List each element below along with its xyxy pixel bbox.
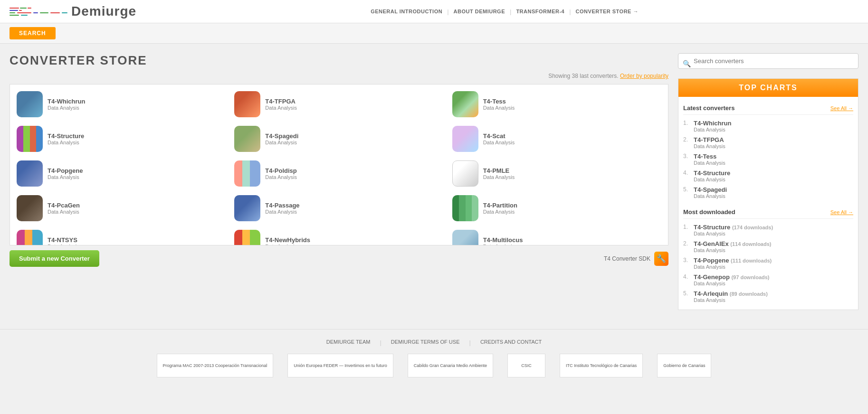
store-container[interactable]: T4-Whichrun Data Analysis T4-TFPGA Data … xyxy=(10,84,668,245)
chart-cat: Data Analysis xyxy=(694,193,727,199)
converter-info: T4-Tess Data Analysis xyxy=(483,98,515,111)
chart-cat: Data Analysis xyxy=(694,160,725,166)
store-title: CONVERTER STORE xyxy=(10,53,668,68)
chart-cat: Data Analysis xyxy=(694,264,772,270)
latest-converters-header: Latest converters See All → xyxy=(683,102,853,115)
latest-chart-item[interactable]: 5. T4-Spagedi Data Analysis xyxy=(683,184,853,201)
chart-num: 3. xyxy=(683,153,691,160)
chart-num: 3. xyxy=(683,257,691,263)
nav-converter-store[interactable]: Converter Store → xyxy=(576,9,639,14)
converter-category: Data Analysis xyxy=(483,244,523,245)
top-charts-panel: TOP CHARTS Latest converters See All → 1… xyxy=(678,78,858,310)
chart-item-info: T4-Whichrun Data Analysis xyxy=(694,120,731,132)
footer-logo: CSIC xyxy=(507,354,545,377)
converter-name: T4-Whichrun xyxy=(48,98,85,105)
downloaded-chart-item[interactable]: 3. T4-Popgene (111 downloads) Data Analy… xyxy=(683,255,853,272)
latest-chart-item[interactable]: 2. T4-TFPGA Data Analysis xyxy=(683,134,853,151)
logo-lines xyxy=(10,8,67,16)
latest-converters-title: Latest converters xyxy=(683,104,734,112)
converter-item[interactable]: T4-Scat Data Analysis xyxy=(450,124,663,154)
download-count: (174 downloads) xyxy=(732,225,773,230)
converter-item[interactable]: T4-Partition Data Analysis xyxy=(450,193,663,223)
sdk-icon[interactable]: 🔧 xyxy=(654,252,668,266)
converter-item[interactable]: T4-Popgene Data Analysis xyxy=(15,159,228,188)
footer-logo: Gobierno de Canarias xyxy=(657,354,711,377)
converter-item[interactable]: T4-Whichrun Data Analysis xyxy=(15,89,228,119)
converter-name: T4-Spagedi xyxy=(265,132,298,140)
sdk-area: T4 Converter SDK 🔧 xyxy=(604,252,668,266)
downloaded-chart-item[interactable]: 5. T4-Arlequin (89 downloads) Data Analy… xyxy=(683,288,853,305)
converter-name: T4-Tess xyxy=(483,98,515,105)
order-by-popularity-link[interactable]: Order by popularity xyxy=(620,73,668,79)
converter-name: T4-Scat xyxy=(483,132,515,140)
nav-transformer4[interactable]: Transformer-4 xyxy=(516,9,564,14)
converter-item[interactable]: T4-Passage Data Analysis xyxy=(232,193,445,223)
converter-item[interactable]: T4-TFPGA Data Analysis xyxy=(232,89,445,119)
search-button[interactable]: SEARCH xyxy=(10,27,56,39)
chart-num: 5. xyxy=(683,186,691,193)
converter-item[interactable]: T4-PcaGen Data Analysis xyxy=(15,193,228,223)
downloaded-chart-item[interactable]: 1. T4-Structure (174 downloads) Data Ana… xyxy=(683,222,853,238)
see-all-latest-link[interactable]: See All → xyxy=(830,105,853,111)
downloaded-chart-item[interactable]: 4. T4-Genepop (97 downloads) Data Analys… xyxy=(683,272,853,288)
most-downloaded-title: Most downloaded xyxy=(683,208,735,216)
footer-link-contact[interactable]: Credits and Contact xyxy=(480,339,542,346)
latest-chart-item[interactable]: 3. T4-Tess Data Analysis xyxy=(683,151,853,168)
converter-category: Data Analysis xyxy=(48,174,83,180)
footer-logos: Programa MAC 2007-2013 Cooperación Trans… xyxy=(10,354,858,377)
converter-icon-tess xyxy=(452,91,478,117)
chart-item-info: T4-Structure Data Analysis xyxy=(694,169,730,182)
submit-converter-button[interactable]: Submit a new Converter xyxy=(10,250,99,267)
converter-name: T4-PMLE xyxy=(483,167,515,174)
converter-item[interactable]: T4-Spagedi Data Analysis xyxy=(232,124,445,154)
chart-name: T4-Popgene (111 downloads) xyxy=(694,257,772,264)
top-charts-header: TOP CHARTS xyxy=(678,79,858,97)
search-converters-input[interactable] xyxy=(678,53,858,69)
chart-item-info: T4-Structure (174 downloads) Data Analys… xyxy=(694,224,773,236)
see-all-downloaded-link[interactable]: See All → xyxy=(830,209,853,215)
chart-item-info: T4-TFPGA Data Analysis xyxy=(694,136,725,149)
converter-info: T4-Partition Data Analysis xyxy=(483,202,517,215)
converter-icon-tfpga xyxy=(234,91,260,117)
converter-category: Data Analysis xyxy=(48,105,85,111)
chart-num: 5. xyxy=(683,290,691,297)
chart-num: 2. xyxy=(683,136,691,143)
converter-item[interactable]: T4-Tess Data Analysis xyxy=(450,89,663,119)
converter-item[interactable]: T4-NewHybrids Data Analysis xyxy=(232,228,445,245)
download-count: (111 downloads) xyxy=(731,258,772,263)
footer-logo: ITC Instituto Tecnológico de Canarias xyxy=(560,354,643,377)
download-count: (89 downloads) xyxy=(730,291,768,297)
latest-items-list: 1. T4-Whichrun Data Analysis 2. T4-TFPGA… xyxy=(683,118,853,201)
converter-item[interactable]: T4-Poldisp Data Analysis xyxy=(232,159,445,188)
store-footer: Submit a new Converter T4 Converter SDK … xyxy=(10,250,668,267)
chart-num: 2. xyxy=(683,240,691,247)
converter-icon-spagedi xyxy=(234,126,260,152)
chart-name: T4-Arlequin (89 downloads) xyxy=(694,290,768,297)
chart-num: 4. xyxy=(683,169,691,176)
converter-info: T4-Scat Data Analysis xyxy=(483,132,515,145)
converter-name: T4-Passage xyxy=(265,202,299,209)
chart-name: T4-Structure (174 downloads) xyxy=(694,224,773,231)
downloaded-chart-item[interactable]: 2. T4-GenAlEx (114 downloads) Data Analy… xyxy=(683,238,853,255)
converter-info: T4-Whichrun Data Analysis xyxy=(48,98,85,111)
download-count: (114 downloads) xyxy=(730,241,771,247)
footer-link-terms[interactable]: Demiurge Terms of Use xyxy=(391,339,460,346)
charts-sections: Latest converters See All → 1. T4-Whichr… xyxy=(678,97,858,310)
chart-cat: Data Analysis xyxy=(694,177,730,182)
converter-category: Data Analysis xyxy=(265,105,297,111)
converter-category: Data Analysis xyxy=(48,209,80,215)
sdk-label: T4 Converter SDK xyxy=(604,255,650,262)
converter-item[interactable]: T4-Multilocus Data Analysis xyxy=(450,228,663,245)
latest-chart-item[interactable]: 4. T4-Structure Data Analysis xyxy=(683,168,853,184)
converter-item[interactable]: T4-Structure Data Analysis xyxy=(15,124,228,154)
footer-link-team[interactable]: Demiurge Team xyxy=(326,339,371,346)
converter-item[interactable]: T4-NTSYS Data Analysis xyxy=(15,228,228,245)
converter-category: Data Analysis xyxy=(265,244,310,245)
footer-logo: Programa MAC 2007-2013 Cooperación Trans… xyxy=(157,354,274,377)
nav-about[interactable]: About Demiurge xyxy=(454,9,505,14)
converter-item[interactable]: T4-PMLE Data Analysis xyxy=(450,159,663,188)
footer-logo: Unión Europea FEDER — Invertimos en tu f… xyxy=(287,354,393,377)
nav-general-introduction[interactable]: General Introduction xyxy=(371,9,442,14)
chart-name: T4-Genepop (97 downloads) xyxy=(694,273,770,281)
latest-chart-item[interactable]: 1. T4-Whichrun Data Analysis xyxy=(683,118,853,134)
